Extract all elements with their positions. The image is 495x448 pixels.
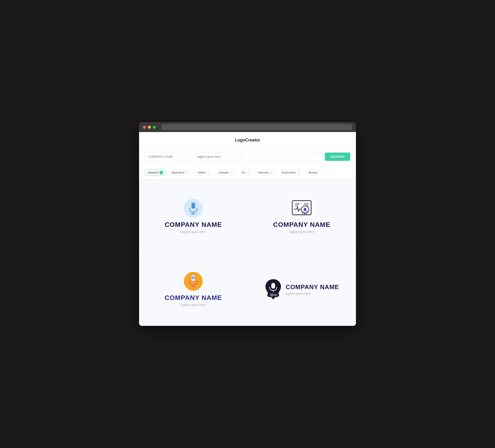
logo-card-1[interactable]: COMPANY NAME tagline goes here — [139, 180, 248, 253]
logo4-row: COMPANY NAME tagline goes here — [264, 279, 339, 300]
logo4-pin — [264, 279, 282, 300]
category-automotive-label: Automotive — [281, 171, 296, 174]
category-scroll-right[interactable]: → — [322, 169, 329, 176]
logo3-tagline: tagline goes here — [180, 303, 206, 307]
category-beauty-label: Beauty — [309, 171, 317, 174]
category-beauty[interactable]: Beauty — [306, 169, 321, 176]
category-airline-check: ✓ — [207, 171, 210, 174]
category-art-label: Art — [241, 171, 245, 174]
logo4-tagline: tagline goes here — [286, 292, 339, 295]
logo2-icon-container — [290, 199, 314, 218]
category-airline[interactable]: Airline ✓ — [194, 169, 213, 176]
minimize-button[interactable] — [148, 126, 151, 129]
category-attorney-check: ✓ — [270, 171, 274, 174]
category-automotive-check: ✓ — [297, 171, 301, 174]
category-attorney-label: Attorney — [258, 171, 269, 174]
tagline-input[interactable] — [194, 152, 241, 161]
logo-grid: COMPANY NAME tagline goes here — [139, 180, 356, 326]
svg-rect-18 — [271, 283, 275, 289]
category-abstract-check: ✓ — [159, 171, 163, 174]
keyword-input[interactable] — [243, 152, 323, 161]
browser-titlebar — [139, 122, 356, 132]
category-abstract[interactable]: Abstract ✓ — [145, 169, 166, 176]
category-agriculture[interactable]: Agriculture ✓ — [168, 169, 192, 176]
logo1-company-name: COMPANY NAME — [165, 221, 222, 228]
logo-card-2[interactable]: COMPANY NAME tagline goes here — [248, 180, 356, 253]
category-animals[interactable]: Animals ✓ — [215, 169, 237, 176]
logo1-icon — [184, 199, 203, 218]
category-agriculture-check: ✓ — [186, 171, 190, 174]
browser-content: LogoCreator SEARCH Abstract ✓ Agricultur… — [139, 132, 356, 326]
category-animals-check: ✓ — [230, 171, 233, 174]
logo4-text: COMPANY NAME tagline goes here — [286, 283, 339, 295]
logo1-tagline: tagline goes here — [180, 230, 206, 234]
pin-mic-icon — [264, 279, 282, 300]
logo-card-4[interactable]: COMPANY NAME tagline goes here — [248, 253, 356, 326]
category-agriculture-label: Agriculture — [171, 171, 185, 174]
category-animals-label: Animals — [219, 171, 229, 174]
category-bar: Abstract ✓ Agriculture ✓ Airline ✓ Anima… — [139, 166, 356, 180]
app-header: LogoCreator — [139, 132, 356, 148]
logo4-company-name: COMPANY NAME — [286, 283, 339, 291]
svg-rect-17 — [192, 276, 195, 280]
search-button[interactable]: SEARCH — [325, 153, 350, 161]
logo3-icon — [184, 272, 203, 291]
close-button[interactable] — [143, 126, 146, 129]
category-art-check: ✓ — [246, 171, 250, 174]
svg-rect-11 — [304, 208, 306, 211]
category-art[interactable]: Art ✓ — [238, 169, 253, 176]
logo2-company-name: COMPANY NAME — [273, 221, 330, 228]
app-title: LogoCreator — [235, 138, 260, 142]
mic-orange-icon — [187, 274, 199, 288]
logo2-tagline: tagline goes here — [289, 230, 314, 234]
mic-blue-icon — [188, 202, 198, 215]
search-bar: SEARCH — [139, 148, 356, 166]
logo3-company-name: COMPANY NAME — [165, 294, 222, 302]
address-bar — [162, 124, 352, 130]
browser-window: LogoCreator SEARCH Abstract ✓ Agricultur… — [139, 122, 356, 326]
category-attorney[interactable]: Attorney ✓ — [255, 169, 277, 176]
logo-card-3[interactable]: COMPANY NAME tagline goes here — [139, 253, 248, 326]
maximize-button[interactable] — [153, 126, 156, 129]
category-automotive[interactable]: Automotive ✓ — [278, 169, 303, 176]
category-abstract-label: Abstract — [148, 171, 158, 174]
category-airline-label: Airline — [197, 171, 205, 174]
doc-mic-icon — [290, 199, 314, 218]
company-name-input[interactable] — [145, 152, 192, 161]
